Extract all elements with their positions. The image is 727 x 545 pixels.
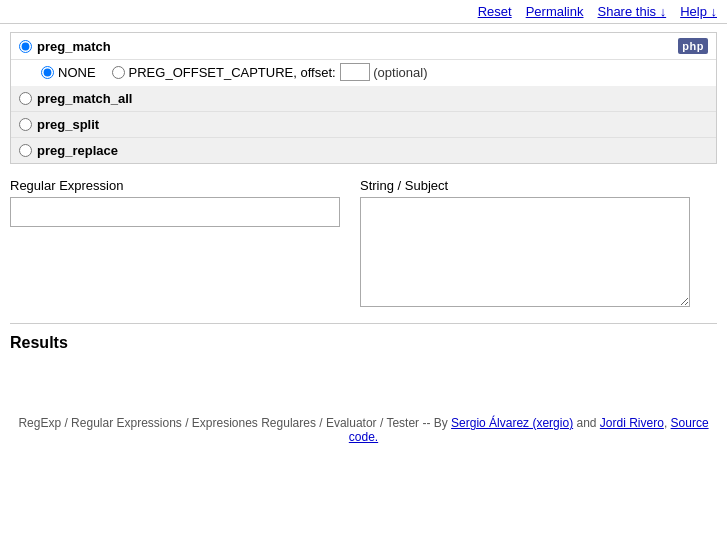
help-link[interactable]: Help ↓ [680, 4, 717, 19]
radio-preg-split[interactable] [19, 118, 32, 131]
regex-input[interactable] [10, 197, 340, 227]
php-badge: php [678, 38, 708, 54]
optional-text: (optional) [370, 65, 428, 80]
string-label: String / Subject [360, 178, 690, 193]
function-row-preg-match: preg_match php [11, 33, 716, 60]
suboption-none: NONE [41, 65, 96, 80]
radio-preg-replace[interactable] [19, 144, 32, 157]
string-field-group: String / Subject [360, 178, 690, 307]
preg-match-suboptions: NONE PREG_OFFSET_CAPTURE, offset: (optio… [11, 60, 716, 86]
radio-preg-match[interactable] [19, 40, 32, 53]
footer: RegExp / Regular Expressions / Expresion… [0, 408, 727, 452]
suboption-offset-capture: PREG_OFFSET_CAPTURE, offset: (optional) [112, 63, 428, 81]
function-row-preg-split: preg_split [11, 112, 716, 138]
radio-none[interactable] [41, 66, 54, 79]
results-section: Results [10, 323, 717, 352]
radio-preg-match-all[interactable] [19, 92, 32, 105]
reset-link[interactable]: Reset [478, 4, 512, 19]
label-preg-split[interactable]: preg_split [37, 117, 99, 132]
author2-link[interactable]: Jordi Rivero [600, 416, 664, 430]
offset-input[interactable] [340, 63, 370, 81]
label-preg-match-all[interactable]: preg_match_all [37, 91, 132, 106]
fields-section: Regular Expression String / Subject [10, 178, 717, 307]
radio-offset-capture[interactable] [112, 66, 125, 79]
function-selector: preg_match php NONE PREG_OFFSET_CAPTURE,… [10, 32, 717, 164]
permalink-link[interactable]: Permalink [526, 4, 584, 19]
results-title: Results [10, 334, 717, 352]
top-bar: Reset Permalink Share this ↓ Help ↓ [0, 0, 727, 24]
footer-and: and [576, 416, 596, 430]
author1-link[interactable]: Sergio Álvarez (xergio) [451, 416, 573, 430]
share-link[interactable]: Share this ↓ [597, 4, 666, 19]
regex-field-group: Regular Expression [10, 178, 340, 307]
label-preg-match[interactable]: preg_match [37, 39, 111, 54]
footer-text: RegExp / Regular Expressions / Expresion… [18, 416, 447, 430]
string-textarea[interactable] [360, 197, 690, 307]
label-none[interactable]: NONE [58, 65, 96, 80]
function-row-preg-match-all: preg_match_all [11, 86, 716, 112]
function-row-preg-replace: preg_replace [11, 138, 716, 163]
regex-label: Regular Expression [10, 178, 340, 193]
label-offset-capture[interactable]: PREG_OFFSET_CAPTURE, offset: [129, 65, 336, 80]
main-content: preg_match php NONE PREG_OFFSET_CAPTURE,… [0, 24, 727, 368]
label-preg-replace[interactable]: preg_replace [37, 143, 118, 158]
